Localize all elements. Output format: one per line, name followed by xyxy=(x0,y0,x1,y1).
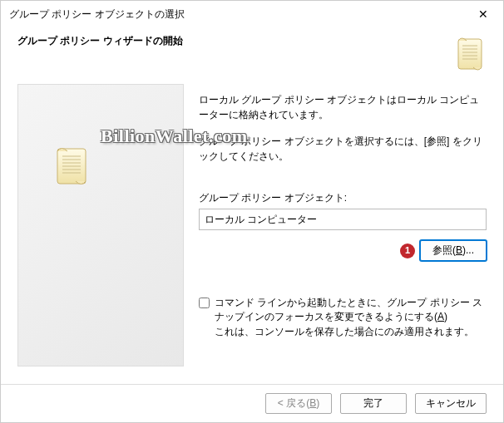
focus-change-checkbox[interactable] xyxy=(199,298,210,308)
gpo-field-label: グループ ポリシー オブジェクト: xyxy=(199,190,487,205)
step-badge: 1 xyxy=(400,243,415,258)
page-heading: グループ ポリシー ウィザードの開始 xyxy=(17,34,183,74)
description-1: ローカル グループ ポリシー オブジェクトはローカル コンピューターに格納されて… xyxy=(199,92,487,122)
close-icon[interactable]: ✕ xyxy=(472,6,495,22)
checkbox-label: コマンド ラインから起動したときに、グループ ポリシー スナップインのフォーカス… xyxy=(215,297,482,322)
scroll-icon-small xyxy=(52,143,91,189)
window-title: グループ ポリシー オブジェクトの選択 xyxy=(9,7,185,22)
back-button: < 戻る(B) xyxy=(265,393,332,414)
finish-button[interactable]: 完了 xyxy=(340,393,407,414)
browse-button[interactable]: 参照(B)... xyxy=(420,240,487,261)
description-2: グループ ポリシー オブジェクトを選択するには、[参照] をクリックしてください… xyxy=(199,134,487,164)
browse-button-label: 参照(B)... xyxy=(432,244,474,256)
svg-rect-0 xyxy=(458,39,482,69)
cancel-button[interactable]: キャンセル xyxy=(415,393,487,414)
gpo-input[interactable]: ローカル コンピューター xyxy=(199,209,487,230)
checkbox-note: これは、コンソールを保存した場合にのみ適用されます。 xyxy=(215,326,474,337)
wizard-sidebar xyxy=(17,84,184,366)
scroll-icon xyxy=(453,34,487,74)
